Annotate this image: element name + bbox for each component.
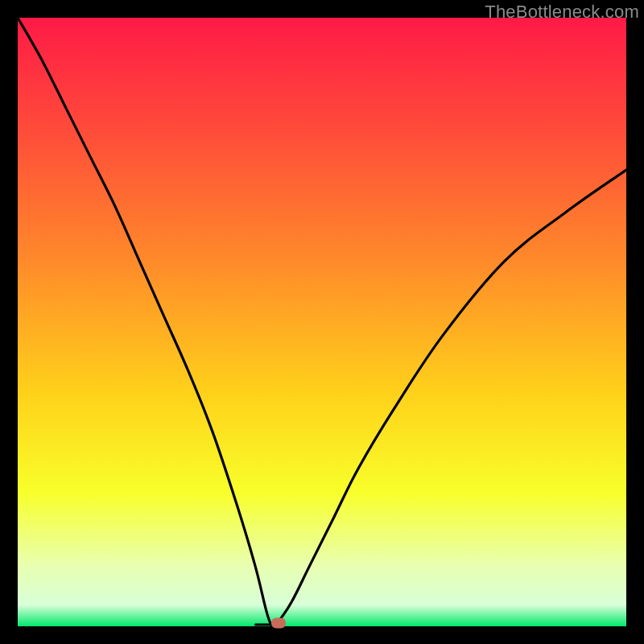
bottleneck-curve [18,18,626,626]
optimum-marker [271,618,286,629]
plot-area [18,18,626,626]
